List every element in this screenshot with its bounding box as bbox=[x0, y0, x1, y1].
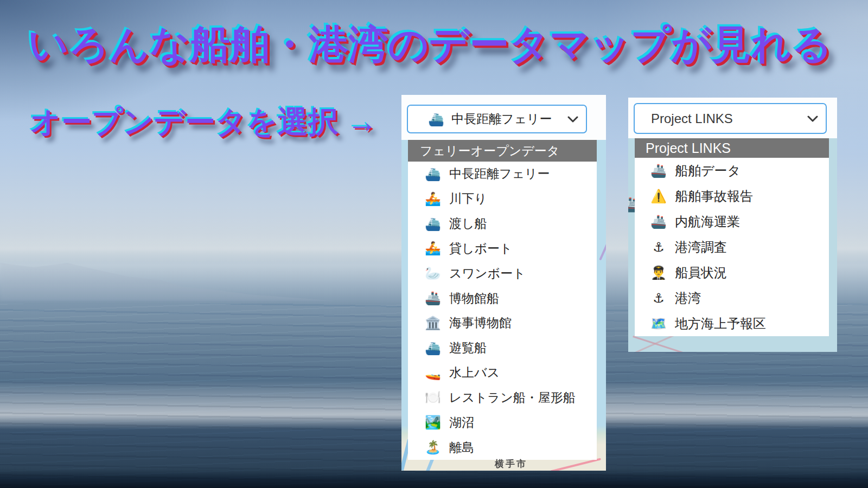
chevron-down-icon bbox=[807, 115, 818, 122]
option-label: 貸しボート bbox=[449, 240, 513, 257]
island-icon: 🏝️ bbox=[424, 440, 442, 455]
dropdown-option[interactable]: ⚓港湾 bbox=[635, 285, 829, 311]
page-subtitle: オープンデータを選択 → bbox=[30, 102, 377, 143]
links-map-screenshot: 🚢 Project LINKS Project LINKS 🚢船舶データ⚠️船舶… bbox=[628, 98, 837, 352]
option-label: 地方海上予報区 bbox=[675, 315, 766, 332]
dropdown-group-header: Project LINKS bbox=[635, 138, 829, 158]
ferry-data-select[interactable]: ⛴️ 中長距離フェリー bbox=[407, 105, 587, 133]
dropdown-option[interactable]: ⛴️遊覧船 bbox=[408, 336, 597, 361]
dropdown-option[interactable]: 🚢博物館船 bbox=[408, 286, 597, 311]
option-label: 渡し船 bbox=[449, 215, 487, 232]
restaurant-icon: 🍽️ bbox=[424, 390, 442, 405]
option-label: 船員状況 bbox=[675, 264, 727, 281]
option-label: 離島 bbox=[449, 439, 474, 456]
dropdown-option[interactable]: 🚤水上バス bbox=[408, 361, 597, 386]
dropdown-option[interactable]: 🚣川下り bbox=[408, 187, 597, 211]
links-dropdown-list: Project LINKS 🚢船舶データ⚠️船舶事故報告🚢内航海運業⚓港湾調査👨… bbox=[635, 138, 829, 336]
map-route bbox=[599, 243, 606, 261]
dropdown-option[interactable]: 👨‍✈️船員状況 bbox=[635, 260, 829, 285]
map-icon: 🗺️ bbox=[650, 316, 667, 331]
ship-icon: 🚢 bbox=[650, 163, 667, 178]
ship-icon: 🚢 bbox=[650, 214, 667, 229]
ferry-dropdown-list: フェリーオープンデータ ⛴️中長距離フェリー🚣川下り⛴️渡し船🚣貸しボート🦢スワ… bbox=[408, 140, 597, 460]
rowboat-icon: 🚣 bbox=[424, 241, 442, 256]
ferry-select-value: 中長距離フェリー bbox=[451, 111, 552, 127]
option-label: 港湾調査 bbox=[675, 239, 727, 256]
option-label: スワンボート bbox=[449, 265, 526, 282]
warning-icon: ⚠️ bbox=[650, 189, 667, 204]
dropdown-option[interactable]: 🏛️海事博物館 bbox=[408, 311, 597, 336]
dropdown-option[interactable]: ⛴️中長距離フェリー bbox=[408, 162, 597, 187]
dropdown-option[interactable]: 🏞️湖沼 bbox=[408, 410, 597, 435]
anchor-icon: ⚓ bbox=[650, 240, 667, 255]
option-label: 船舶データ bbox=[675, 162, 741, 179]
option-label: 湖沼 bbox=[449, 414, 474, 431]
option-label: 川下り bbox=[449, 190, 487, 207]
chevron-down-icon bbox=[567, 116, 578, 123]
dropdown-group-header: フェリーオープンデータ bbox=[408, 140, 597, 162]
dropdown-option[interactable]: ⚓港湾調査 bbox=[635, 234, 829, 260]
dropdown-option[interactable]: ⚠️船舶事故報告 bbox=[635, 183, 829, 209]
links-option-list: 🚢船舶データ⚠️船舶事故報告🚢内航海運業⚓港湾調査👨‍✈️船員状況⚓港湾🗺️地方… bbox=[635, 158, 829, 336]
option-label: レストラン船・屋形船 bbox=[449, 389, 576, 406]
option-label: 港湾 bbox=[675, 290, 701, 307]
swan-icon: 🦢 bbox=[424, 266, 442, 281]
anchor-icon: ⚓ bbox=[650, 291, 667, 306]
lake-icon: 🏞️ bbox=[424, 415, 442, 430]
option-label: 海事博物館 bbox=[449, 314, 512, 331]
option-label: 船舶事故報告 bbox=[675, 188, 753, 205]
option-label: 水上バス bbox=[449, 364, 500, 381]
dropdown-option[interactable]: 🏝️離島 bbox=[408, 435, 597, 460]
ferry-icon: ⛴️ bbox=[427, 112, 445, 127]
ship-icon: 🚢 bbox=[424, 291, 442, 306]
page-title: いろんな船舶・港湾のデータマップが見れる bbox=[28, 18, 842, 72]
links-select-value: Project LINKS bbox=[651, 111, 733, 126]
dropdown-option[interactable]: 🦢スワンボート bbox=[408, 261, 597, 286]
dropdown-option[interactable]: 🍽️レストラン船・屋形船 bbox=[408, 385, 597, 410]
map-city-label: 横手市 bbox=[495, 458, 527, 470]
option-label: 博物館船 bbox=[449, 290, 499, 307]
option-label: 中長距離フェリー bbox=[449, 165, 550, 182]
ferry-option-list: ⛴️中長距離フェリー🚣川下り⛴️渡し船🚣貸しボート🦢スワンボート🚢博物館船🏛️海… bbox=[408, 162, 597, 460]
speedboat-icon: 🚤 bbox=[424, 365, 442, 381]
museum-icon: 🏛️ bbox=[424, 316, 442, 331]
captain-icon: 👨‍✈️ bbox=[650, 265, 667, 280]
ferry-icon: ⛴️ bbox=[424, 341, 442, 356]
option-label: 内航海運業 bbox=[675, 213, 740, 230]
dropdown-option[interactable]: 🗺️地方海上予報区 bbox=[635, 311, 829, 336]
dropdown-option[interactable]: 🚣貸しボート bbox=[408, 236, 597, 261]
ferry-icon: ⛴️ bbox=[424, 166, 442, 182]
dropdown-option[interactable]: 🚢船舶データ bbox=[635, 158, 829, 183]
ferry-map-screenshot: ⛴️ 中長距離フェリー フェリーオープンデータ ⛴️中長距離フェリー🚣川下り⛴️… bbox=[401, 95, 606, 471]
ferry-icon: ⛴️ bbox=[424, 216, 442, 232]
rowboat-icon: 🚣 bbox=[424, 191, 442, 207]
option-label: 遊覧船 bbox=[449, 339, 487, 356]
dropdown-option[interactable]: 🚢内航海運業 bbox=[635, 209, 829, 234]
project-links-select[interactable]: Project LINKS bbox=[634, 103, 827, 134]
dropdown-option[interactable]: ⛴️渡し船 bbox=[408, 211, 597, 236]
